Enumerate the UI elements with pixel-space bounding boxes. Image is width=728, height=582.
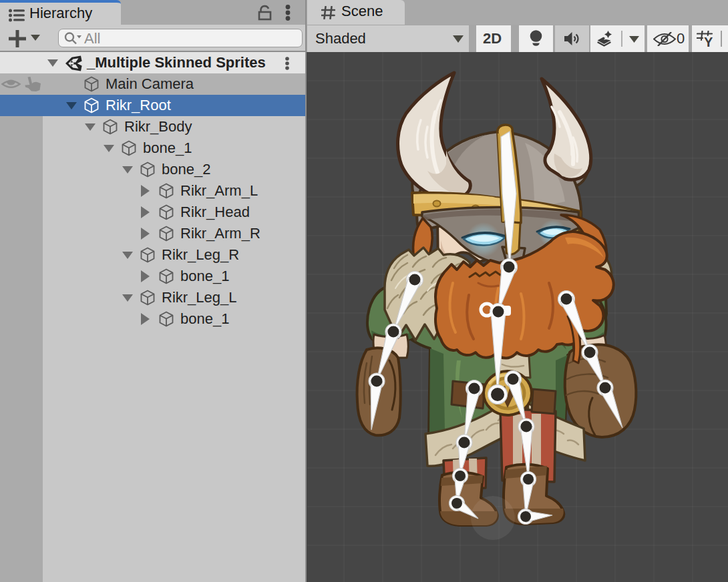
svg-text:Y: Y [704,35,713,47]
